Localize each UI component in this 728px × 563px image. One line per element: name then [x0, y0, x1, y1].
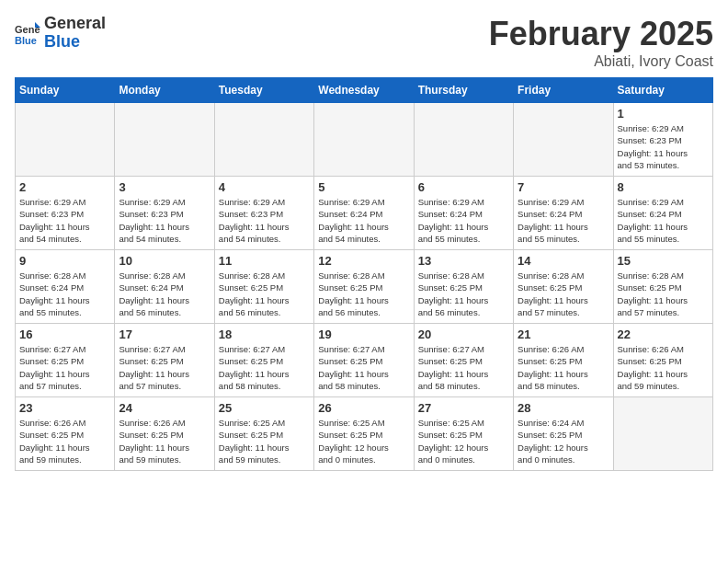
- calendar-week-row: 23Sunrise: 6:26 AM Sunset: 6:25 PM Dayli…: [16, 397, 713, 471]
- weekday-header-cell: Sunday: [16, 78, 115, 103]
- calendar-cell: [314, 103, 414, 177]
- weekday-header-row: SundayMondayTuesdayWednesdayThursdayFrid…: [16, 78, 713, 103]
- day-number: 3: [119, 180, 210, 194]
- day-number: 8: [618, 180, 709, 194]
- calendar-cell: 28Sunrise: 6:24 AM Sunset: 6:25 PM Dayli…: [514, 397, 613, 471]
- day-info: Sunrise: 6:29 AM Sunset: 6:24 PM Dayligh…: [418, 196, 509, 245]
- day-info: Sunrise: 6:26 AM Sunset: 6:25 PM Dayligh…: [119, 417, 210, 465]
- calendar-cell: 2Sunrise: 6:29 AM Sunset: 6:23 PM Daylig…: [16, 177, 115, 250]
- day-info: Sunrise: 6:29 AM Sunset: 6:23 PM Dayligh…: [618, 122, 709, 171]
- calendar-cell: 24Sunrise: 6:26 AM Sunset: 6:25 PM Dayli…: [115, 397, 214, 471]
- day-number: 12: [318, 254, 409, 268]
- month-title: February 2025: [489, 15, 713, 53]
- calendar-week-row: 1Sunrise: 6:29 AM Sunset: 6:23 PM Daylig…: [16, 103, 713, 177]
- svg-text:Blue: Blue: [15, 35, 37, 46]
- day-number: 4: [219, 180, 310, 194]
- day-info: Sunrise: 6:29 AM Sunset: 6:23 PM Dayligh…: [219, 196, 310, 245]
- calendar-cell: 11Sunrise: 6:28 AM Sunset: 6:25 PM Dayli…: [214, 250, 313, 324]
- day-info: Sunrise: 6:28 AM Sunset: 6:25 PM Dayligh…: [618, 270, 709, 318]
- day-info: Sunrise: 6:28 AM Sunset: 6:25 PM Dayligh…: [418, 270, 509, 318]
- calendar-cell: 7Sunrise: 6:29 AM Sunset: 6:24 PM Daylig…: [514, 177, 613, 250]
- calendar-cell: 10Sunrise: 6:28 AM Sunset: 6:24 PM Dayli…: [115, 250, 214, 324]
- day-number: 7: [518, 180, 609, 194]
- calendar-body: 1Sunrise: 6:29 AM Sunset: 6:23 PM Daylig…: [16, 103, 713, 471]
- day-info: Sunrise: 6:27 AM Sunset: 6:25 PM Dayligh…: [318, 343, 409, 392]
- day-number: 28: [518, 401, 609, 415]
- day-info: Sunrise: 6:27 AM Sunset: 6:25 PM Dayligh…: [119, 343, 210, 392]
- day-info: Sunrise: 6:28 AM Sunset: 6:24 PM Dayligh…: [19, 270, 110, 318]
- calendar-cell: 17Sunrise: 6:27 AM Sunset: 6:25 PM Dayli…: [115, 324, 214, 397]
- calendar-cell: 16Sunrise: 6:27 AM Sunset: 6:25 PM Dayli…: [16, 324, 115, 397]
- header: General Blue General Blue February 2025 …: [15, 15, 713, 70]
- calendar-cell: 20Sunrise: 6:27 AM Sunset: 6:25 PM Dayli…: [414, 324, 513, 397]
- calendar-cell: 22Sunrise: 6:26 AM Sunset: 6:25 PM Dayli…: [613, 324, 712, 397]
- calendar-cell: [613, 397, 712, 471]
- calendar-table: SundayMondayTuesdayWednesdayThursdayFrid…: [15, 77, 713, 471]
- calendar-cell: [16, 103, 115, 177]
- day-number: 21: [518, 327, 609, 341]
- day-info: Sunrise: 6:28 AM Sunset: 6:25 PM Dayligh…: [219, 270, 310, 318]
- calendar-cell: 9Sunrise: 6:28 AM Sunset: 6:24 PM Daylig…: [16, 250, 115, 324]
- calendar-cell: 25Sunrise: 6:25 AM Sunset: 6:25 PM Dayli…: [214, 397, 313, 471]
- calendar-cell: 1Sunrise: 6:29 AM Sunset: 6:23 PM Daylig…: [613, 103, 712, 177]
- day-info: Sunrise: 6:29 AM Sunset: 6:24 PM Dayligh…: [518, 196, 609, 245]
- day-number: 19: [318, 327, 409, 341]
- calendar-cell: 19Sunrise: 6:27 AM Sunset: 6:25 PM Dayli…: [314, 324, 414, 397]
- weekday-header-cell: Saturday: [613, 78, 712, 103]
- day-info: Sunrise: 6:25 AM Sunset: 6:25 PM Dayligh…: [318, 417, 409, 465]
- day-number: 26: [318, 401, 409, 415]
- day-info: Sunrise: 6:26 AM Sunset: 6:25 PM Dayligh…: [19, 417, 110, 465]
- location-title: Abiati, Ivory Coast: [489, 53, 713, 70]
- weekday-header-cell: Tuesday: [214, 78, 313, 103]
- day-number: 25: [219, 401, 310, 415]
- day-number: 22: [618, 327, 709, 341]
- calendar-cell: 21Sunrise: 6:26 AM Sunset: 6:25 PM Dayli…: [514, 324, 613, 397]
- day-info: Sunrise: 6:26 AM Sunset: 6:25 PM Dayligh…: [518, 343, 609, 392]
- day-number: 11: [219, 254, 310, 268]
- logo-blue-text: Blue: [44, 32, 80, 51]
- day-number: 20: [418, 327, 509, 341]
- calendar-cell: 26Sunrise: 6:25 AM Sunset: 6:25 PM Dayli…: [314, 397, 414, 471]
- calendar-cell: 15Sunrise: 6:28 AM Sunset: 6:25 PM Dayli…: [613, 250, 712, 324]
- day-number: 18: [219, 327, 310, 341]
- logo: General Blue General Blue: [15, 15, 106, 52]
- weekday-header-cell: Wednesday: [314, 78, 414, 103]
- weekday-header-cell: Monday: [115, 78, 214, 103]
- day-info: Sunrise: 6:29 AM Sunset: 6:24 PM Dayligh…: [318, 196, 409, 245]
- day-number: 2: [19, 180, 110, 194]
- day-number: 9: [19, 254, 110, 268]
- day-number: 16: [19, 327, 110, 341]
- logo-general-text: General: [44, 14, 106, 32]
- calendar-cell: 13Sunrise: 6:28 AM Sunset: 6:25 PM Dayli…: [414, 250, 513, 324]
- calendar-cell: 23Sunrise: 6:26 AM Sunset: 6:25 PM Dayli…: [16, 397, 115, 471]
- weekday-header-cell: Friday: [514, 78, 613, 103]
- day-number: 6: [418, 180, 509, 194]
- weekday-header-cell: Thursday: [414, 78, 513, 103]
- day-info: Sunrise: 6:27 AM Sunset: 6:25 PM Dayligh…: [19, 343, 110, 392]
- day-number: 5: [318, 180, 409, 194]
- day-info: Sunrise: 6:29 AM Sunset: 6:24 PM Dayligh…: [618, 196, 709, 245]
- day-number: 13: [418, 254, 509, 268]
- calendar-cell: [115, 103, 214, 177]
- day-info: Sunrise: 6:28 AM Sunset: 6:25 PM Dayligh…: [518, 270, 609, 318]
- day-number: 14: [518, 254, 609, 268]
- logo-icon: General Blue: [15, 20, 40, 46]
- day-number: 23: [19, 401, 110, 415]
- calendar-cell: [214, 103, 313, 177]
- day-info: Sunrise: 6:25 AM Sunset: 6:25 PM Dayligh…: [418, 417, 509, 465]
- day-info: Sunrise: 6:24 AM Sunset: 6:25 PM Dayligh…: [518, 417, 609, 465]
- day-info: Sunrise: 6:29 AM Sunset: 6:23 PM Dayligh…: [119, 196, 210, 245]
- day-info: Sunrise: 6:28 AM Sunset: 6:24 PM Dayligh…: [119, 270, 210, 318]
- day-info: Sunrise: 6:27 AM Sunset: 6:25 PM Dayligh…: [418, 343, 509, 392]
- day-number: 1: [618, 107, 709, 121]
- calendar-week-row: 16Sunrise: 6:27 AM Sunset: 6:25 PM Dayli…: [16, 324, 713, 397]
- calendar-cell: 27Sunrise: 6:25 AM Sunset: 6:25 PM Dayli…: [414, 397, 513, 471]
- day-info: Sunrise: 6:27 AM Sunset: 6:25 PM Dayligh…: [219, 343, 310, 392]
- calendar-cell: [414, 103, 513, 177]
- calendar-cell: 5Sunrise: 6:29 AM Sunset: 6:24 PM Daylig…: [314, 177, 414, 250]
- calendar-cell: 8Sunrise: 6:29 AM Sunset: 6:24 PM Daylig…: [613, 177, 712, 250]
- calendar-week-row: 2Sunrise: 6:29 AM Sunset: 6:23 PM Daylig…: [16, 177, 713, 250]
- day-number: 17: [119, 327, 210, 341]
- calendar-cell: 14Sunrise: 6:28 AM Sunset: 6:25 PM Dayli…: [514, 250, 613, 324]
- day-number: 27: [418, 401, 509, 415]
